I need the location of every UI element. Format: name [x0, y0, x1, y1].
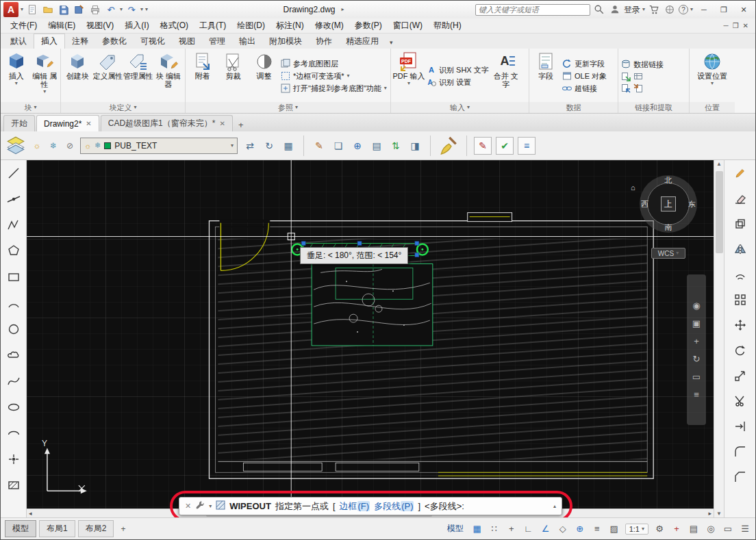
- chevron-down-icon[interactable]: ▾: [642, 7, 645, 12]
- model-space-toggle[interactable]: 模型: [444, 523, 466, 535]
- rectangle-tool-button[interactable]: [6, 270, 21, 285]
- layer-properties-button[interactable]: [5, 135, 27, 157]
- search-input[interactable]: [475, 4, 590, 16]
- circle-tool-button[interactable]: [6, 322, 21, 337]
- overlay-tool-icon[interactable]: ◉: [692, 301, 700, 310]
- upload-state-button[interactable]: [621, 83, 664, 93]
- snap-to-underlay-dropdown[interactable]: 打开"捕捉到参考底图"功能 ▾: [281, 83, 387, 94]
- panel-title-import[interactable]: 输入▾: [391, 102, 529, 113]
- construction-line-tool-button[interactable]: [6, 192, 21, 207]
- menu-item[interactable]: 格式(O): [155, 18, 194, 33]
- print-button[interactable]: [88, 3, 102, 16]
- overlay-tool-icon[interactable]: ▭: [692, 372, 701, 381]
- spline-tool-button[interactable]: [6, 374, 21, 389]
- menu-item[interactable]: 帮助(H): [428, 18, 467, 33]
- osnap-icon[interactable]: ⊕: [574, 523, 586, 535]
- wcs-dropdown[interactable]: WCS ▾: [651, 248, 685, 259]
- trim-button[interactable]: [733, 394, 748, 409]
- layer-freeze-icon[interactable]: ❄: [47, 140, 60, 152]
- panel-title-block-definition[interactable]: 块定义▾: [61, 102, 185, 113]
- quick-properties-icon[interactable]: ▤: [688, 523, 700, 535]
- edit-attributes-button[interactable]: 编辑 属性 ▾: [31, 50, 60, 102]
- hatch-tool-button[interactable]: [6, 478, 21, 493]
- insert-block-button[interactable]: 插入 ▾: [2, 50, 31, 102]
- ole-object-button[interactable]: OLE 对象: [562, 71, 607, 81]
- adjust-button[interactable]: 调整: [249, 50, 279, 102]
- isolate-objects-icon[interactable]: ◎: [705, 523, 717, 535]
- clean-screen-icon[interactable]: ▭: [722, 523, 734, 535]
- dynamic-input-icon[interactable]: +: [505, 523, 518, 535]
- overlay-tool-icon[interactable]: ▣: [692, 319, 701, 328]
- polygon-tool-button[interactable]: [6, 244, 21, 259]
- edit-pencil-button[interactable]: [733, 166, 748, 181]
- chevron-down-icon[interactable]: ▾: [690, 7, 693, 12]
- panel-title-block[interactable]: 块▾: [1, 102, 60, 113]
- menu-item[interactable]: 插入(I): [119, 18, 154, 33]
- scroll-left-icon[interactable]: ◂: [29, 510, 32, 517]
- undo-button[interactable]: ↶: [104, 3, 118, 16]
- menu-item[interactable]: 视图(V): [81, 18, 119, 33]
- save-as-button[interactable]: [73, 3, 86, 16]
- panel-title-location[interactable]: 位置: [690, 102, 735, 113]
- ribbon-tab[interactable]: 附加模块: [262, 34, 309, 49]
- ellipse-tool-button[interactable]: [6, 400, 21, 415]
- copy-button[interactable]: [733, 216, 748, 231]
- polyline-tool-button[interactable]: [6, 218, 21, 233]
- ribbon-tab[interactable]: 可视化: [134, 34, 172, 49]
- ribbon-tab[interactable]: 输出: [232, 34, 262, 49]
- menu-item[interactable]: 窗口(W): [388, 18, 428, 33]
- menu-item[interactable]: 标注(N): [270, 18, 310, 33]
- check-standards-button[interactable]: ✔: [496, 137, 514, 155]
- ribbon-tab[interactable]: 管理: [202, 34, 232, 49]
- arc-tool-button[interactable]: [6, 296, 21, 311]
- array-button[interactable]: [733, 292, 748, 307]
- recognize-shx-button[interactable]: A 识别 SHX 文字: [427, 65, 489, 75]
- new-layout-button[interactable]: +: [116, 523, 129, 535]
- recognition-settings-button[interactable]: A 识别 设置: [427, 77, 489, 88]
- attach-button[interactable]: 附着: [187, 50, 218, 102]
- annotation-update-icon[interactable]: ⊕: [349, 138, 366, 154]
- minimize-button[interactable]: ─: [695, 3, 713, 16]
- polar-tracking-icon[interactable]: ∠: [540, 523, 552, 535]
- data-link-button[interactable]: 数据链接: [621, 60, 664, 70]
- combine-text-button[interactable]: A 合并 文字: [490, 50, 522, 102]
- redo-button[interactable]: ↷: [125, 3, 138, 16]
- menu-item[interactable]: 文件(F): [5, 18, 42, 33]
- layer-translate-button[interactable]: ≡: [518, 137, 536, 155]
- layer-match-icon[interactable]: ▦: [280, 138, 297, 154]
- extend-button[interactable]: [733, 419, 748, 434]
- model-tab[interactable]: 模型: [5, 520, 36, 537]
- grip[interactable]: [357, 242, 362, 246]
- object-group-icon[interactable]: ◨: [407, 138, 423, 154]
- define-attributes-button[interactable]: 定义属性: [92, 50, 123, 102]
- match-properties-icon[interactable]: ✎: [311, 138, 327, 154]
- layer-dropdown[interactable]: ☼ ❄ PUB_TEXT ▾: [80, 138, 238, 154]
- menu-item[interactable]: 参数(P): [349, 18, 388, 33]
- layer-previous-icon[interactable]: ↻: [261, 138, 277, 154]
- menu-item[interactable]: 编辑(E): [42, 18, 81, 33]
- scrollbar-thumb[interactable]: [716, 171, 723, 253]
- doc-restore-button[interactable]: ❐: [733, 22, 739, 29]
- ribbon-tab[interactable]: 视图: [172, 34, 202, 49]
- search-icon[interactable]: [592, 3, 606, 16]
- list-properties-icon[interactable]: ▤: [368, 138, 385, 154]
- panel-title-data[interactable]: 数据: [529, 102, 618, 113]
- grip[interactable]: [415, 242, 419, 246]
- make-current-layer-icon[interactable]: ⇄: [242, 138, 258, 154]
- ribbon-tab[interactable]: 参数化: [95, 34, 134, 49]
- rotate-button[interactable]: [733, 343, 748, 358]
- lineweight-icon[interactable]: ≡: [591, 523, 603, 535]
- ribbon-tab[interactable]: 默认: [3, 34, 34, 49]
- layer-on-bulb-icon[interactable]: ☼: [31, 140, 43, 152]
- move-button[interactable]: [733, 318, 748, 333]
- line-tool-button[interactable]: [6, 166, 21, 181]
- new-drawing-tab-button[interactable]: +: [234, 118, 248, 131]
- scroll-down-icon[interactable]: ▼: [716, 511, 722, 517]
- menu-item[interactable]: 工具(T): [194, 18, 231, 33]
- app-store-cart-icon[interactable]: [647, 3, 661, 16]
- menu-item[interactable]: 绘图(D): [231, 18, 270, 33]
- tab-drawing2[interactable]: Drawing2* ✕: [36, 115, 99, 131]
- customization-icon[interactable]: ☰: [739, 523, 751, 535]
- grip[interactable]: [301, 242, 305, 246]
- manage-attributes-button[interactable]: 管理属性: [123, 50, 153, 102]
